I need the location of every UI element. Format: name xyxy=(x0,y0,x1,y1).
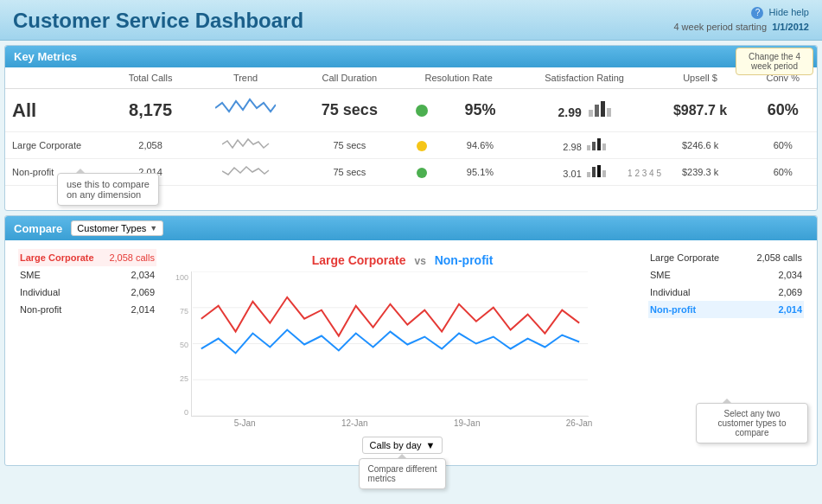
col-resolution-rate: Resolution Rate xyxy=(400,67,518,89)
line-chart-svg xyxy=(191,271,589,417)
chart-left-list: Large Corporate 2,058 calls SME 2,034 In… xyxy=(10,245,165,461)
metrics-table: Total Calls Trend Call Duration Resoluti… xyxy=(5,67,817,186)
rating-scale: 1 2 3 4 5 xyxy=(628,169,661,178)
trend-sparkline-nonprofit xyxy=(222,163,270,179)
period-text: 4 week period starting 1/1/2012 xyxy=(673,22,809,32)
list-item-individual[interactable]: Individual 2,069 xyxy=(18,284,156,301)
all-resolution-pct: 95% xyxy=(443,89,517,132)
largecorp-satisfaction: 2.98 xyxy=(518,132,652,159)
col-upsell: Upsell $ xyxy=(652,67,749,89)
largecorp-calls: 2,058 xyxy=(109,132,192,159)
metrics-largecorp-row[interactable]: Large Corporate 2,058 75 secs 94.6% 2.98 xyxy=(5,132,817,159)
all-total-calls: 8,175 xyxy=(109,89,192,132)
compare-dropdown-value: Customer Types xyxy=(77,223,146,233)
right-list-item-individual[interactable]: Individual 2,069 xyxy=(648,284,804,301)
nonprofit-resolution: 95.1% xyxy=(443,159,517,186)
largecorp-label: Large Corporate xyxy=(5,132,109,159)
key-metrics-section: Key Metrics Total Calls Trend Call Durat… xyxy=(4,45,818,211)
largecorp-duration: 75 secs xyxy=(299,132,400,159)
all-conv: 60% xyxy=(749,89,817,132)
all-label: All xyxy=(5,89,109,132)
y-axis: 100 75 50 25 0 xyxy=(169,271,191,417)
list-item-nonprofit[interactable]: Non-profit 2,014 xyxy=(18,301,156,318)
right-list-item-nonprofit[interactable]: Non-profit 2,014 xyxy=(648,301,804,318)
list-item-largecorp[interactable]: Large Corporate 2,058 calls xyxy=(18,249,156,266)
metrics-header-row: Total Calls Trend Call Duration Resoluti… xyxy=(5,67,817,89)
select-tooltip: Select any two customer types to compare xyxy=(696,403,808,443)
col-call-duration: Call Duration xyxy=(299,67,400,89)
nonprofit-dot xyxy=(400,159,443,186)
largecorp-trend xyxy=(192,132,299,159)
trend-sparkline-largecorp xyxy=(222,137,270,152)
right-list-item-largecorp[interactable]: Large Corporate 2,058 calls xyxy=(648,249,804,266)
nonprofit-upsell: $239.3 k xyxy=(652,159,749,186)
chart-right-list: Large Corporate 2,058 calls SME 2,034 In… xyxy=(640,245,812,461)
metrics-all-row: All 8,175 75 secs 95% 2.99 xyxy=(5,89,817,132)
metric-dropdown[interactable]: Calls by day ▼ xyxy=(362,437,443,454)
header-right: ? Hide help 4 week period starting 1/1/2… xyxy=(673,7,809,32)
all-upsell: $987.7 k xyxy=(652,89,749,132)
compare-title: Large Corporate vs Non-profit xyxy=(169,249,635,271)
largecorp-conv: 60% xyxy=(749,132,817,159)
col-satisfaction: Satisfaction Rating xyxy=(518,67,652,89)
col-total-calls: Total Calls xyxy=(109,67,192,89)
list-item-sme[interactable]: SME 2,034 xyxy=(18,266,156,284)
trend-sparkline-all xyxy=(215,96,276,120)
all-trend xyxy=(192,89,299,132)
compare-bar: Compare Customer Types ▼ xyxy=(5,216,817,240)
page-header: Customer Service Dashboard ? Hide help 4… xyxy=(0,0,822,41)
change-period-button[interactable]: Change the 4 week period xyxy=(736,48,813,75)
all-resolution-dot xyxy=(400,89,443,132)
compare-section: Compare Customer Types ▼ Large Corporate… xyxy=(4,215,818,466)
chart-container: Large Corporate 2,058 calls SME 2,034 In… xyxy=(5,240,817,465)
hide-help-button[interactable]: ? Hide help xyxy=(673,7,809,19)
x-axis-labels: 5-Jan 12-Jan 19-Jan 26-Jan xyxy=(169,417,635,428)
key-metrics-header: Key Metrics xyxy=(5,46,817,67)
col-label xyxy=(5,67,109,89)
largecorp-upsell: $246.6 k xyxy=(652,132,749,159)
compare-dropdown[interactable]: Customer Types ▼ xyxy=(71,220,163,236)
chart-area: Large Corporate vs Non-profit 100 75 50 … xyxy=(165,245,640,461)
metric-dropdown-arrow: ▼ xyxy=(426,440,436,450)
nonprofit-duration: 75 secs xyxy=(299,159,400,186)
largecorp-dot xyxy=(400,132,443,159)
dropdown-arrow-icon: ▼ xyxy=(150,224,157,233)
largecorp-resolution: 94.6% xyxy=(443,132,517,159)
help-icon: ? xyxy=(751,7,763,19)
metric-dropdown-value: Calls by day xyxy=(370,440,422,450)
bottom-controls: Calls by day ▼ Compare differentmetrics xyxy=(169,432,635,456)
nonprofit-conv: 60% xyxy=(749,159,817,186)
metrics-tooltip: Compare differentmetrics xyxy=(359,458,447,489)
nonprofit-trend xyxy=(192,159,299,186)
all-satisfaction: 2.99 xyxy=(518,89,652,132)
col-trend: Trend xyxy=(192,67,299,89)
compare-label: Compare xyxy=(14,222,62,235)
dimension-tooltip: use this to compareon any dimension xyxy=(57,173,159,206)
all-call-duration: 75 secs xyxy=(299,89,400,132)
right-list-item-sme[interactable]: SME 2,034 xyxy=(648,266,804,284)
